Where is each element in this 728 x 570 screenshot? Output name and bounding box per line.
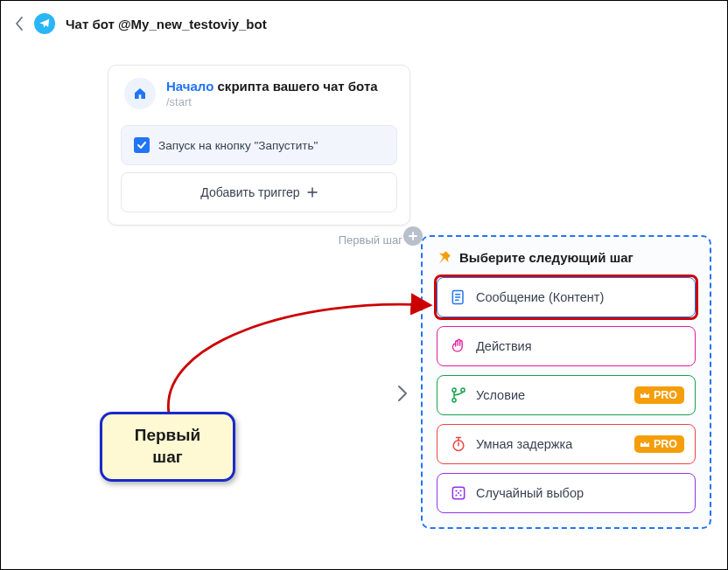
- back-icon[interactable]: [15, 16, 24, 31]
- trigger-label: Запуск на кнопку "Запустить": [158, 139, 318, 152]
- hand-icon: [450, 337, 467, 355]
- pro-badge: PRO: [634, 386, 684, 404]
- chooser-header: Выберите следующий шаг: [437, 249, 696, 265]
- svg-point-3: [452, 399, 456, 402]
- dice-icon: [450, 484, 467, 502]
- page-header: Чат бот @My_new_testoviy_bot: [1, 1, 727, 46]
- svg-point-10: [458, 492, 459, 494]
- annotation-arrow: [150, 289, 438, 421]
- svg-point-6: [455, 490, 457, 491]
- pro-badge: PRO: [634, 435, 684, 453]
- option-random-label: Случайный выбор: [476, 486, 584, 500]
- telegram-icon: [34, 13, 55, 34]
- start-subtitle: /start: [166, 95, 378, 109]
- plus-icon: [307, 187, 318, 198]
- callout-text: Первыйшаг: [135, 425, 200, 468]
- crown-icon: [640, 440, 650, 448]
- option-condition-label: Условие: [476, 388, 525, 402]
- crown-icon: [640, 391, 650, 400]
- option-actions[interactable]: Действия: [437, 326, 696, 366]
- home-icon: [124, 78, 156, 109]
- trigger-checkbox[interactable]: [134, 137, 150, 153]
- svg-point-8: [455, 494, 457, 496]
- option-delay-label: Умная задержка: [476, 437, 572, 451]
- trigger-row[interactable]: Запуск на кнопку "Запустить": [121, 125, 397, 165]
- option-message[interactable]: Сообщение (Контент): [437, 277, 696, 317]
- pin-icon: [437, 249, 452, 265]
- chooser-title: Выберите следующий шаг: [459, 250, 634, 265]
- message-icon: [450, 288, 467, 306]
- branch-icon: [450, 386, 467, 404]
- option-condition[interactable]: Условие PRO: [437, 375, 696, 415]
- page-title: Чат бот @My_new_testoviy_bot: [66, 17, 267, 31]
- start-card-header: Начало скрипта вашего чат бота /start: [108, 66, 410, 118]
- svg-point-1: [452, 388, 456, 392]
- svg-point-7: [459, 490, 461, 491]
- first-step-hint: Первый шаг: [339, 233, 402, 247]
- add-step-connector[interactable]: [403, 226, 423, 246]
- svg-point-2: [461, 388, 465, 392]
- option-message-label: Сообщение (Контент): [476, 290, 604, 304]
- chevron-right-icon[interactable]: [396, 384, 409, 403]
- stopwatch-icon: [450, 435, 467, 453]
- option-random[interactable]: Случайный выбор: [437, 473, 696, 513]
- start-script-card: Начало скрипта вашего чат бота /start За…: [108, 65, 410, 226]
- svg-point-9: [459, 494, 461, 496]
- option-delay[interactable]: Умная задержка PRO: [437, 424, 696, 464]
- start-title: Начало скрипта вашего чат бота: [166, 78, 378, 95]
- annotation-callout: Первыйшаг: [100, 412, 235, 482]
- option-actions-label: Действия: [476, 339, 532, 353]
- step-chooser-panel: Выберите следующий шаг Сообщение (Контен…: [421, 235, 711, 529]
- add-trigger-button[interactable]: Добавить триггер: [121, 172, 397, 212]
